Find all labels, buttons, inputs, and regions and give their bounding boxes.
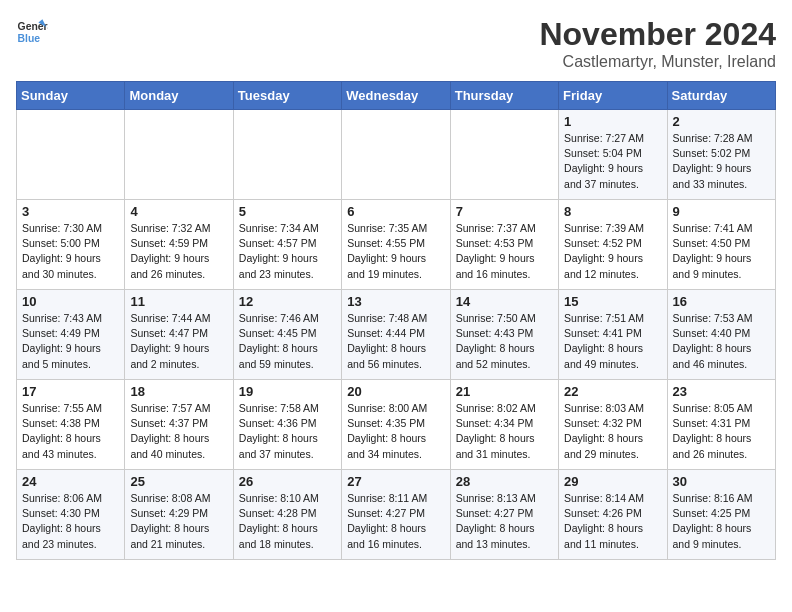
calendar-cell: 22Sunrise: 8:03 AM Sunset: 4:32 PM Dayli…: [559, 380, 667, 470]
day-info: Sunrise: 7:37 AM Sunset: 4:53 PM Dayligh…: [456, 221, 553, 282]
calendar-cell: 6Sunrise: 7:35 AM Sunset: 4:55 PM Daylig…: [342, 200, 450, 290]
day-info: Sunrise: 7:27 AM Sunset: 5:04 PM Dayligh…: [564, 131, 661, 192]
title-area: November 2024 Castlemartyr, Munster, Ire…: [539, 16, 776, 71]
calendar-cell: 14Sunrise: 7:50 AM Sunset: 4:43 PM Dayli…: [450, 290, 558, 380]
day-number: 19: [239, 384, 336, 399]
col-wednesday: Wednesday: [342, 82, 450, 110]
day-number: 22: [564, 384, 661, 399]
day-info: Sunrise: 8:11 AM Sunset: 4:27 PM Dayligh…: [347, 491, 444, 552]
day-number: 17: [22, 384, 119, 399]
calendar-cell: 15Sunrise: 7:51 AM Sunset: 4:41 PM Dayli…: [559, 290, 667, 380]
calendar-cell: 8Sunrise: 7:39 AM Sunset: 4:52 PM Daylig…: [559, 200, 667, 290]
calendar-cell: 13Sunrise: 7:48 AM Sunset: 4:44 PM Dayli…: [342, 290, 450, 380]
col-tuesday: Tuesday: [233, 82, 341, 110]
day-number: 6: [347, 204, 444, 219]
calendar-week-2: 10Sunrise: 7:43 AM Sunset: 4:49 PM Dayli…: [17, 290, 776, 380]
calendar-cell: 30Sunrise: 8:16 AM Sunset: 4:25 PM Dayli…: [667, 470, 775, 560]
day-info: Sunrise: 7:55 AM Sunset: 4:38 PM Dayligh…: [22, 401, 119, 462]
logo: General Blue: [16, 16, 48, 48]
day-number: 23: [673, 384, 770, 399]
calendar-cell: 4Sunrise: 7:32 AM Sunset: 4:59 PM Daylig…: [125, 200, 233, 290]
calendar-cell: 17Sunrise: 7:55 AM Sunset: 4:38 PM Dayli…: [17, 380, 125, 470]
day-number: 30: [673, 474, 770, 489]
day-number: 4: [130, 204, 227, 219]
calendar-week-4: 24Sunrise: 8:06 AM Sunset: 4:30 PM Dayli…: [17, 470, 776, 560]
day-number: 11: [130, 294, 227, 309]
svg-text:Blue: Blue: [18, 33, 41, 44]
day-number: 16: [673, 294, 770, 309]
day-info: Sunrise: 7:51 AM Sunset: 4:41 PM Dayligh…: [564, 311, 661, 372]
calendar-cell: 7Sunrise: 7:37 AM Sunset: 4:53 PM Daylig…: [450, 200, 558, 290]
header-row: Sunday Monday Tuesday Wednesday Thursday…: [17, 82, 776, 110]
day-info: Sunrise: 7:44 AM Sunset: 4:47 PM Dayligh…: [130, 311, 227, 372]
day-number: 28: [456, 474, 553, 489]
col-monday: Monday: [125, 82, 233, 110]
day-info: Sunrise: 8:00 AM Sunset: 4:35 PM Dayligh…: [347, 401, 444, 462]
day-number: 27: [347, 474, 444, 489]
col-sunday: Sunday: [17, 82, 125, 110]
day-info: Sunrise: 7:48 AM Sunset: 4:44 PM Dayligh…: [347, 311, 444, 372]
day-number: 1: [564, 114, 661, 129]
day-number: 21: [456, 384, 553, 399]
header: General Blue November 2024 Castlemartyr,…: [16, 16, 776, 71]
calendar-cell: 28Sunrise: 8:13 AM Sunset: 4:27 PM Dayli…: [450, 470, 558, 560]
calendar-cell: [17, 110, 125, 200]
day-info: Sunrise: 8:14 AM Sunset: 4:26 PM Dayligh…: [564, 491, 661, 552]
day-number: 12: [239, 294, 336, 309]
calendar-cell: 3Sunrise: 7:30 AM Sunset: 5:00 PM Daylig…: [17, 200, 125, 290]
day-number: 3: [22, 204, 119, 219]
calendar-cell: 25Sunrise: 8:08 AM Sunset: 4:29 PM Dayli…: [125, 470, 233, 560]
month-title: November 2024: [539, 16, 776, 53]
calendar-cell: 24Sunrise: 8:06 AM Sunset: 4:30 PM Dayli…: [17, 470, 125, 560]
day-number: 15: [564, 294, 661, 309]
calendar-cell: 29Sunrise: 8:14 AM Sunset: 4:26 PM Dayli…: [559, 470, 667, 560]
calendar-cell: 20Sunrise: 8:00 AM Sunset: 4:35 PM Dayli…: [342, 380, 450, 470]
day-number: 9: [673, 204, 770, 219]
day-number: 18: [130, 384, 227, 399]
calendar-cell: 18Sunrise: 7:57 AM Sunset: 4:37 PM Dayli…: [125, 380, 233, 470]
day-number: 24: [22, 474, 119, 489]
calendar-cell: 19Sunrise: 7:58 AM Sunset: 4:36 PM Dayli…: [233, 380, 341, 470]
day-number: 29: [564, 474, 661, 489]
calendar-cell: 12Sunrise: 7:46 AM Sunset: 4:45 PM Dayli…: [233, 290, 341, 380]
calendar-cell: 1Sunrise: 7:27 AM Sunset: 5:04 PM Daylig…: [559, 110, 667, 200]
day-info: Sunrise: 8:02 AM Sunset: 4:34 PM Dayligh…: [456, 401, 553, 462]
col-friday: Friday: [559, 82, 667, 110]
day-info: Sunrise: 8:06 AM Sunset: 4:30 PM Dayligh…: [22, 491, 119, 552]
location-title: Castlemartyr, Munster, Ireland: [539, 53, 776, 71]
day-info: Sunrise: 7:57 AM Sunset: 4:37 PM Dayligh…: [130, 401, 227, 462]
calendar-cell: 9Sunrise: 7:41 AM Sunset: 4:50 PM Daylig…: [667, 200, 775, 290]
day-info: Sunrise: 7:41 AM Sunset: 4:50 PM Dayligh…: [673, 221, 770, 282]
calendar-table: Sunday Monday Tuesday Wednesday Thursday…: [16, 81, 776, 560]
day-info: Sunrise: 7:50 AM Sunset: 4:43 PM Dayligh…: [456, 311, 553, 372]
calendar-cell: [450, 110, 558, 200]
calendar-cell: 10Sunrise: 7:43 AM Sunset: 4:49 PM Dayli…: [17, 290, 125, 380]
calendar-week-1: 3Sunrise: 7:30 AM Sunset: 5:00 PM Daylig…: [17, 200, 776, 290]
day-info: Sunrise: 7:53 AM Sunset: 4:40 PM Dayligh…: [673, 311, 770, 372]
calendar-cell: [233, 110, 341, 200]
day-info: Sunrise: 8:05 AM Sunset: 4:31 PM Dayligh…: [673, 401, 770, 462]
calendar-cell: 16Sunrise: 7:53 AM Sunset: 4:40 PM Dayli…: [667, 290, 775, 380]
day-number: 2: [673, 114, 770, 129]
day-number: 5: [239, 204, 336, 219]
day-number: 26: [239, 474, 336, 489]
day-number: 20: [347, 384, 444, 399]
calendar-week-0: 1Sunrise: 7:27 AM Sunset: 5:04 PM Daylig…: [17, 110, 776, 200]
day-number: 10: [22, 294, 119, 309]
day-info: Sunrise: 7:58 AM Sunset: 4:36 PM Dayligh…: [239, 401, 336, 462]
calendar-cell: 27Sunrise: 8:11 AM Sunset: 4:27 PM Dayli…: [342, 470, 450, 560]
calendar-cell: 11Sunrise: 7:44 AM Sunset: 4:47 PM Dayli…: [125, 290, 233, 380]
calendar-cell: 23Sunrise: 8:05 AM Sunset: 4:31 PM Dayli…: [667, 380, 775, 470]
calendar-week-3: 17Sunrise: 7:55 AM Sunset: 4:38 PM Dayli…: [17, 380, 776, 470]
day-info: Sunrise: 7:46 AM Sunset: 4:45 PM Dayligh…: [239, 311, 336, 372]
calendar-cell: [125, 110, 233, 200]
day-info: Sunrise: 8:10 AM Sunset: 4:28 PM Dayligh…: [239, 491, 336, 552]
col-thursday: Thursday: [450, 82, 558, 110]
day-info: Sunrise: 8:16 AM Sunset: 4:25 PM Dayligh…: [673, 491, 770, 552]
day-info: Sunrise: 7:28 AM Sunset: 5:02 PM Dayligh…: [673, 131, 770, 192]
day-number: 14: [456, 294, 553, 309]
day-number: 8: [564, 204, 661, 219]
day-number: 7: [456, 204, 553, 219]
calendar-cell: 26Sunrise: 8:10 AM Sunset: 4:28 PM Dayli…: [233, 470, 341, 560]
day-info: Sunrise: 8:13 AM Sunset: 4:27 PM Dayligh…: [456, 491, 553, 552]
